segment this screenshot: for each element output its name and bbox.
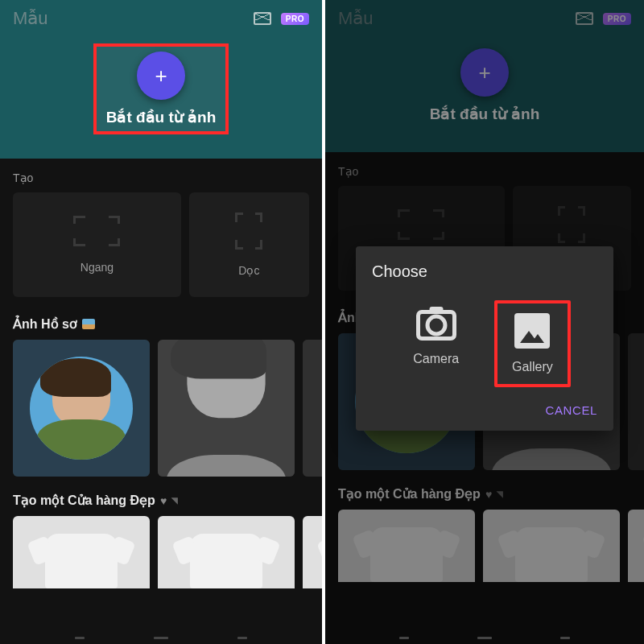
start-from-photo-button[interactable]: + Bắt đầu từ ảnh xyxy=(420,43,550,128)
create-horizontal-tile[interactable]: Ngang xyxy=(13,192,181,297)
page-title: Mẫu xyxy=(13,8,48,29)
shop-template-3[interactable] xyxy=(628,510,644,582)
pro-badge[interactable]: PRO xyxy=(603,13,631,25)
page-title: Mẫu xyxy=(338,8,374,29)
tag-icon: ◥ xyxy=(171,496,178,505)
shop-template-1[interactable] xyxy=(338,510,475,582)
top-bar: Mẫu PRO xyxy=(338,8,631,29)
dialog-options: Camera Gallery xyxy=(372,300,597,387)
mail-icon[interactable] xyxy=(576,12,593,25)
plus-icon: + xyxy=(137,52,185,100)
tag-icon: ◥ xyxy=(497,489,503,498)
plus-icon: + xyxy=(460,48,509,97)
crop-horizontal-label: Ngang xyxy=(80,261,114,274)
shop-thumbnails xyxy=(0,516,322,588)
start-label: Bắt đầu từ ảnh xyxy=(430,105,540,123)
shop-template-3[interactable] xyxy=(303,516,322,588)
heart-icon: ♥ xyxy=(160,494,167,507)
nav-bar xyxy=(325,634,644,642)
crop-vertical-icon xyxy=(558,206,585,243)
mail-icon[interactable] xyxy=(254,12,271,25)
shop-section: Tạo một Cửa hàng Đẹp ♥ ◥ xyxy=(325,486,644,582)
gallery-label: Gallery xyxy=(512,360,553,374)
nav-bar xyxy=(0,634,322,642)
camera-label: Camera xyxy=(413,352,459,366)
top-icons: PRO xyxy=(254,12,309,25)
camera-icon xyxy=(416,310,456,341)
profile-section: Ảnh Hồ sơ xyxy=(0,316,322,477)
shop-template-2[interactable] xyxy=(158,516,295,588)
crop-vertical-icon xyxy=(235,213,262,250)
crop-horizontal-icon xyxy=(398,209,444,240)
body-content: Tạo Ngang Dọc Ảnh Hồ sơ xyxy=(0,159,322,644)
heart-icon: ♥ xyxy=(485,488,492,501)
gallery-icon xyxy=(514,313,550,349)
camera-option[interactable]: Camera xyxy=(398,300,473,387)
profile-template-2[interactable] xyxy=(158,340,295,477)
dialog-actions: CANCEL xyxy=(372,398,597,423)
profile-template-1[interactable] xyxy=(13,340,150,477)
create-tiles: Ngang Dọc xyxy=(0,192,322,297)
dialog-title: Choose xyxy=(372,262,597,281)
shop-template-1[interactable] xyxy=(13,516,150,588)
crop-vertical-label: Dọc xyxy=(238,264,259,277)
crop-horizontal-icon xyxy=(73,216,120,246)
shop-template-2[interactable] xyxy=(483,510,620,582)
picture-emoji-icon xyxy=(82,319,95,329)
start-label: Bắt đầu từ ảnh xyxy=(106,108,217,126)
top-icons: PRO xyxy=(576,12,631,25)
right-screenshot: Mẫu PRO + Bắt đầu từ ảnh Tạo Ngang Dọc Ả xyxy=(322,0,644,644)
shop-section-title: Tạo một Cửa hàng Đẹp ♥ ◥ xyxy=(0,493,322,516)
hero-section: Mẫu PRO + Bắt đầu từ ảnh xyxy=(0,0,322,159)
shop-section: Tạo một Cửa hàng Đẹp ♥ ◥ xyxy=(0,493,322,588)
profile-template-3[interactable] xyxy=(303,340,322,477)
start-from-photo-button[interactable]: + Bắt đầu từ ảnh xyxy=(93,43,229,134)
profile-template-3[interactable] xyxy=(628,333,644,470)
left-screenshot: Mẫu PRO + Bắt đầu từ ảnh Tạo Ngang Dọc Ả xyxy=(0,0,322,644)
hero-section: Mẫu PRO + Bắt đầu từ ảnh xyxy=(325,0,644,152)
shop-thumbnails xyxy=(325,510,644,582)
pro-badge[interactable]: PRO xyxy=(281,13,309,25)
gallery-option[interactable]: Gallery xyxy=(494,300,571,387)
top-bar: Mẫu PRO xyxy=(13,8,309,29)
create-section-label: Tạo xyxy=(325,165,644,186)
profile-section-title: Ảnh Hồ sơ xyxy=(0,316,322,340)
create-vertical-tile[interactable]: Dọc xyxy=(189,192,309,297)
cancel-button[interactable]: CANCEL xyxy=(546,403,597,417)
shop-section-title: Tạo một Cửa hàng Đẹp ♥ ◥ xyxy=(325,486,644,510)
profile-thumbnails xyxy=(0,340,322,477)
choose-dialog: Choose Camera Gallery CANCEL xyxy=(356,246,613,431)
create-section-label: Tạo xyxy=(0,171,322,192)
